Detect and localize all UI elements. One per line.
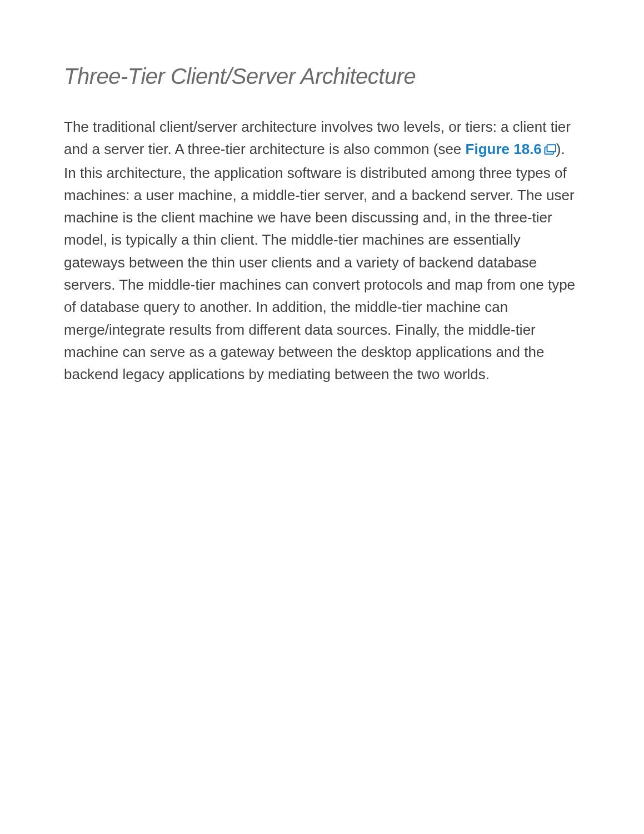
svg-rect-1: [547, 145, 555, 152]
body-paragraph: The traditional client/server architectu…: [64, 116, 580, 386]
paragraph-text-after-link: ). In this architecture, the application…: [64, 141, 575, 383]
figure-reference-link[interactable]: Figure 18.6: [466, 141, 556, 157]
figure-link-label: Figure 18.6: [466, 141, 542, 157]
section-heading: Three-Tier Client/Server Architecture: [64, 64, 580, 89]
popup-icon: [544, 139, 556, 161]
